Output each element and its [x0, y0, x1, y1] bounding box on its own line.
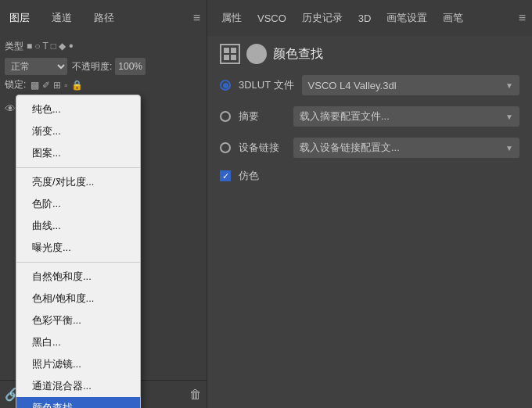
menu-item-9[interactable]: 色彩平衡...	[16, 310, 140, 331]
menu-separator-2	[16, 167, 140, 168]
trash-icon[interactable]: 🗑	[189, 388, 202, 402]
kind-shape-icon[interactable]: □	[51, 41, 56, 52]
tab-layers[interactable]: 图层	[0, 0, 39, 36]
tab-paths[interactable]: 路径	[84, 0, 124, 36]
top-tabbar: 图层 通道 路径 ≡ 属性 VSCO 历史记录 3D 画笔设置 画笔 ≡	[0, 0, 532, 36]
device-label: 设备链接	[239, 141, 286, 155]
lock-all-icon[interactable]: 🔒	[71, 80, 83, 91]
tab-history[interactable]: 历史记录	[294, 0, 350, 36]
lock-move-icon[interactable]: ⊞	[53, 80, 61, 91]
device-dropdown-arrow: ▼	[505, 144, 513, 152]
abstract-label: 摘要	[239, 109, 286, 123]
menu-item-8[interactable]: 色相/饱和度...	[16, 288, 140, 310]
filter-dot-icon[interactable]: •	[69, 39, 74, 53]
device-row: 设备链接 载入设备链接配置文... ▼	[220, 138, 519, 158]
lock-paint-icon[interactable]: ✐	[42, 80, 50, 91]
tab-3d[interactable]: 3D	[350, 0, 379, 36]
menu-item-0[interactable]: 纯色...	[16, 98, 140, 120]
tab-properties[interactable]: 属性	[214, 0, 250, 36]
dither-label: 仿色	[239, 169, 286, 183]
menu-separator-6	[16, 262, 140, 263]
menu-item-1[interactable]: 渐变...	[16, 120, 140, 142]
dither-row: ✓ 仿色	[220, 169, 519, 183]
left-panel-tabs: 图层 通道 路径 ≡	[0, 0, 207, 36]
main-area: 类型 ■ ○ T □ ◆ • 正常 不透明度: 100% 锁定: ▩	[0, 36, 532, 408]
opacity-label: 不透明度:	[72, 60, 112, 73]
context-menu: 纯色...渐变...图案...亮度/对比度...色阶...曲线...曝光度...…	[16, 95, 141, 408]
tab-brush-settings[interactable]: 画笔设置	[379, 0, 435, 36]
lut3d-label: 3DLUT 文件	[239, 78, 294, 92]
menu-item-7[interactable]: 自然饱和度...	[16, 266, 140, 288]
tab-brush[interactable]: 画笔	[435, 0, 471, 36]
tab-channels[interactable]: 通道	[42, 0, 81, 36]
checkmark-icon: ✓	[222, 171, 229, 181]
lock-label: 锁定:	[5, 78, 26, 91]
properties-header: 颜色查找	[220, 44, 519, 64]
right-panel-tabs: 属性 VSCO 历史记录 3D 画笔设置 画笔 ≡	[207, 0, 532, 36]
lock-row: 锁定: ▩ ✐ ⊞ ▫ 🔒	[0, 77, 207, 93]
grid-view-icon[interactable]	[220, 44, 240, 64]
lut3d-dropdown[interactable]: VSCO L4 Valley.3dl ▼	[302, 75, 519, 95]
abstract-row: 摘要 载入摘要配置文件... ▼	[220, 106, 519, 127]
menu-item-11[interactable]: 照片滤镜...	[16, 353, 140, 375]
device-radio[interactable]	[220, 142, 231, 153]
device-dropdown[interactable]: 载入设备链接配置文... ▼	[293, 138, 519, 158]
menu-item-2[interactable]: 图案...	[16, 142, 140, 164]
right-panel-menu-icon[interactable]: ≡	[519, 11, 526, 25]
right-panel: 颜色查找 3DLUT 文件 VSCO L4 Valley.3dl ▼ 摘要 载入…	[207, 36, 532, 408]
properties-title: 颜色查找	[273, 46, 323, 63]
lut3d-value: VSCO L4 Valley.3dl	[308, 80, 397, 91]
kind-label: 类型	[5, 40, 23, 53]
kind-smart-icon[interactable]: ◆	[59, 41, 66, 52]
abstract-radio[interactable]	[220, 111, 231, 122]
dither-checkbox[interactable]: ✓	[220, 170, 231, 181]
layer-controls: 类型 ■ ○ T □ ◆ •	[0, 36, 207, 56]
menu-item-3[interactable]: 亮度/对比度...	[16, 171, 140, 193]
kind-icons: ■ ○ T □ ◆	[27, 41, 66, 52]
opacity-row: 不透明度: 100%	[72, 58, 202, 75]
blend-row: 正常 不透明度: 100%	[0, 56, 207, 77]
kind-pixel-icon[interactable]: ■	[27, 41, 32, 52]
lut3d-row: 3DLUT 文件 VSCO L4 Valley.3dl ▼	[220, 75, 519, 95]
lock-icons: ▩ ✐ ⊞ ▫ 🔒	[31, 80, 82, 91]
abstract-value: 载入摘要配置文件...	[300, 109, 390, 123]
abstract-dropdown[interactable]: 载入摘要配置文件... ▼	[293, 106, 519, 127]
tab-vsco[interactable]: VSCO	[250, 0, 294, 36]
lock-transparent-icon[interactable]: ▩	[31, 80, 39, 91]
lut3d-radio[interactable]	[220, 80, 231, 91]
left-panel-menu-icon[interactable]: ≡	[193, 11, 200, 25]
menu-item-6[interactable]: 曝光度...	[16, 237, 140, 259]
blend-mode-select[interactable]: 正常	[5, 58, 67, 75]
lock-artboard-icon[interactable]: ▫	[64, 80, 67, 91]
menu-item-10[interactable]: 黑白...	[16, 331, 140, 353]
circle-view-icon[interactable]	[246, 44, 267, 64]
left-panel: 类型 ■ ○ T □ ◆ • 正常 不透明度: 100% 锁定: ▩	[0, 36, 207, 408]
menu-item-5[interactable]: 曲线...	[16, 215, 140, 237]
opacity-value[interactable]: 100%	[115, 58, 146, 75]
lut3d-dropdown-arrow: ▼	[505, 81, 513, 90]
menu-item-12[interactable]: 通道混合器...	[16, 375, 140, 397]
menu-item-4[interactable]: 色阶...	[16, 193, 140, 215]
kind-text-icon[interactable]: T	[43, 41, 49, 52]
menu-item-13[interactable]: 颜色查找...	[16, 397, 140, 408]
abstract-dropdown-arrow: ▼	[505, 113, 513, 121]
device-value: 载入设备链接配置文...	[300, 141, 400, 155]
kind-adjust-icon[interactable]: ○	[34, 41, 40, 52]
